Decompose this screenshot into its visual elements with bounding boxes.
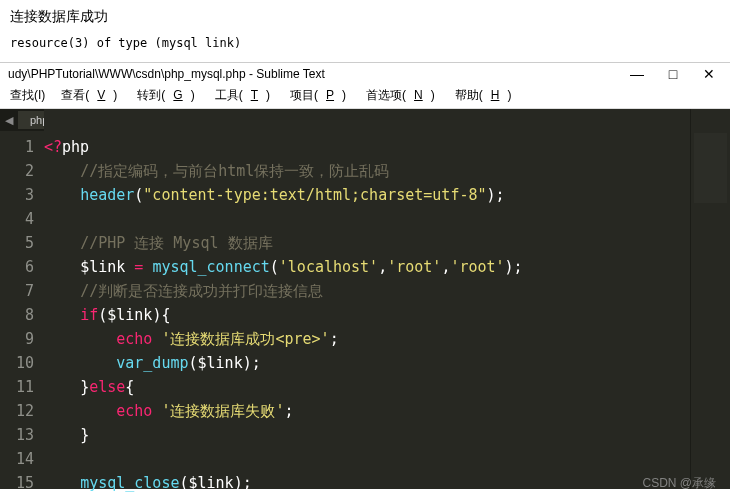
line-num: 10 <box>0 351 44 375</box>
menu-project[interactable]: 项目(P) <box>282 87 354 104</box>
line-num: 7 <box>0 279 44 303</box>
window-title: udy\PHPTutorial\WWW\csdn\php_mysql.php -… <box>8 67 624 81</box>
line-num: 15 <box>0 471 44 495</box>
line-num: 2 <box>0 159 44 183</box>
line-num: 12 <box>0 399 44 423</box>
line-num: 14 <box>0 447 44 471</box>
menu-goto[interactable]: 转到(G) <box>129 87 202 104</box>
line-num: 16 <box>0 495 44 500</box>
window-buttons: — □ ✕ <box>624 67 722 81</box>
menu-prefs[interactable]: 首选项(N) <box>358 87 443 104</box>
line-num: 1 <box>0 135 44 159</box>
line-num: 11 <box>0 375 44 399</box>
window-titlebar: udy\PHPTutorial\WWW\csdn\php_mysql.php -… <box>0 63 730 85</box>
menubar: 查找(I) 查看(V) 转到(G) 工具(T) 项目(P) 首选项(N) 帮助(… <box>0 85 730 109</box>
minimap[interactable] <box>690 109 730 489</box>
close-button[interactable]: ✕ <box>702 67 716 81</box>
line-num: 8 <box>0 303 44 327</box>
menu-find[interactable]: 查找(I) <box>6 87 49 104</box>
line-num: 6 <box>0 255 44 279</box>
minimap-viewport[interactable] <box>694 133 727 203</box>
line-num: 9 <box>0 327 44 351</box>
line-num: 4 <box>0 207 44 231</box>
code-editor[interactable]: <?php //指定编码，与前台html保持一致，防止乱码 header("co… <box>44 109 690 489</box>
menu-tools[interactable]: 工具(T) <box>207 87 278 104</box>
tab-scroll-left-icon[interactable]: ◀ <box>0 114 18 127</box>
output-line-1: 连接数据库成功 <box>10 8 720 26</box>
line-gutter: 1 2 3 4 5 6 7 8 9 10 11 12 13 14 15 16 <box>0 109 44 489</box>
line-num: 5 <box>0 231 44 255</box>
line-num: 13 <box>0 423 44 447</box>
output-line-2: resource(3) of type (mysql link) <box>10 36 720 50</box>
menu-view[interactable]: 查看(V) <box>53 87 125 104</box>
menu-help[interactable]: 帮助(H) <box>447 87 520 104</box>
minimize-button[interactable]: — <box>630 67 644 81</box>
maximize-button[interactable]: □ <box>666 67 680 81</box>
browser-output: 连接数据库成功 resource(3) of type (mysql link) <box>0 0 730 56</box>
editor-area: ◀ php_mysql.php 1 2 3 4 5 6 7 8 9 10 11 … <box>0 109 730 489</box>
line-num: 3 <box>0 183 44 207</box>
